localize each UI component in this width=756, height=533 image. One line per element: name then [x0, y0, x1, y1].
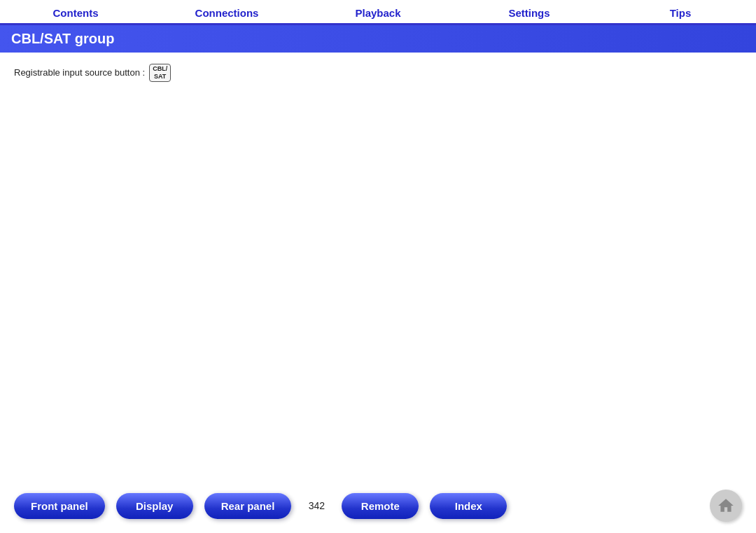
- main-content: Registrable input source button : CBL/SA…: [0, 53, 756, 481]
- bottom-nav-inner: Front panel Display Rear panel 342 Remot…: [14, 493, 710, 519]
- remote-button[interactable]: Remote: [342, 493, 419, 519]
- home-button[interactable]: [710, 490, 742, 522]
- display-button[interactable]: Display: [116, 493, 193, 519]
- registrable-line: Registrable input source button : CBL/SA…: [14, 64, 742, 82]
- home-icon: [717, 497, 735, 515]
- front-panel-button[interactable]: Front panel: [14, 493, 105, 519]
- page-number: 342: [302, 500, 330, 511]
- nav-tips[interactable]: Tips: [605, 7, 756, 19]
- rear-panel-button[interactable]: Rear panel: [204, 493, 292, 519]
- nav-connections[interactable]: Connections: [151, 7, 302, 19]
- bottom-nav: Front panel Display Rear panel 342 Remot…: [0, 481, 756, 533]
- nav-settings[interactable]: Settings: [454, 7, 605, 19]
- top-nav: Contents Connections Playback Settings T…: [0, 0, 756, 25]
- section-title: CBL/SAT group: [11, 31, 114, 46]
- cbl-sat-badge: CBL/SAT: [149, 64, 171, 82]
- registrable-label: Registrable input source button :: [14, 67, 145, 78]
- nav-playback[interactable]: Playback: [302, 7, 454, 19]
- section-header: CBL/SAT group: [0, 25, 756, 53]
- index-button[interactable]: Index: [430, 493, 507, 519]
- nav-contents[interactable]: Contents: [0, 7, 151, 19]
